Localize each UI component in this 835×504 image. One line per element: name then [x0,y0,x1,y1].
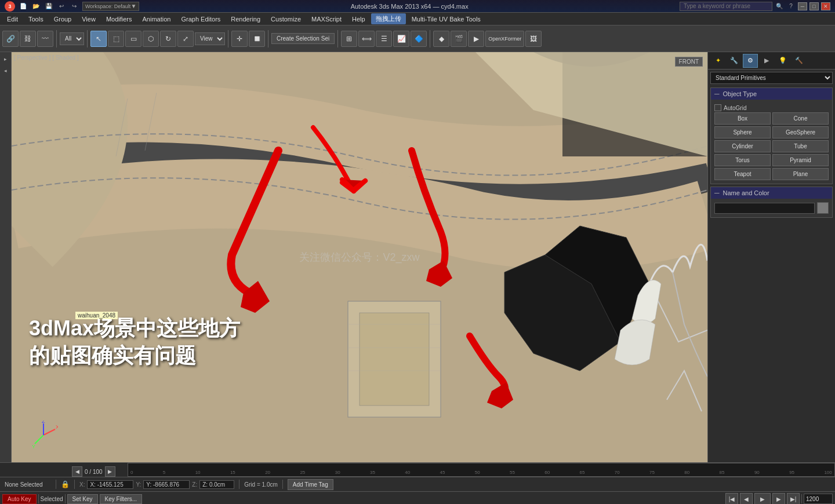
frame-number-input[interactable] [804,494,833,504]
watermark: 关注微信公众号：V2_zxw [299,250,419,264]
object-type-header[interactable]: ─ Object Type [711,88,832,100]
y-coord-field[interactable] [143,480,190,489]
redo-icon[interactable]: ↪ [70,2,79,11]
teapot-button[interactable]: Teapot [714,168,771,180]
setkey-button[interactable]: Set Key [67,494,98,504]
tube-button[interactable]: Tube [772,140,829,152]
schematic-btn[interactable]: 🔷 [411,31,427,47]
workspace-dropdown[interactable]: Workspace: Default ▼ [82,2,139,11]
titlebar-left: 3 📄 📂 💾 ↩ ↪ Workspace: Default ▼ [5,1,139,12]
go-start-btn[interactable]: |◀ [725,493,738,504]
menu-rendering[interactable]: Rendering [226,14,265,24]
save-icon[interactable]: 💾 [44,2,53,11]
app-logo: 3 [5,1,15,12]
material-editor-btn[interactable]: ◆ [433,31,449,47]
menu-help[interactable]: Help [347,14,370,24]
view-dropdown[interactable]: View [195,32,225,45]
close-button[interactable]: ✕ [821,2,830,10]
tab-hierarchy[interactable]: ⚙ [743,54,758,68]
menu-uvbake[interactable]: Multi-Tile UV Bake Tools [407,14,485,24]
left-nav-btn-1[interactable]: ▸ [1,54,10,64]
menu-view[interactable]: View [77,14,100,24]
rotate-select-btn[interactable]: ↻ [160,31,176,47]
name-color-header[interactable]: ─ Name and Color [711,187,832,199]
render-setup-btn[interactable]: 🎬 [451,31,467,47]
left-nav-btn-2[interactable]: ◂ [1,66,10,75]
help-icon[interactable]: ? [786,2,796,11]
add-time-tag-btn[interactable]: Add Time Tag [288,479,333,490]
filter-dropdown[interactable]: All [60,32,84,45]
create-selection-btn[interactable]: Create Selection Sei [271,33,335,44]
tab-utilities[interactable]: 🔨 [792,54,807,68]
geosphere-button[interactable]: GeoSphere [772,126,829,138]
next-frame-btn[interactable]: ▶ [772,493,785,504]
tab-create[interactable]: ✦ [710,54,725,68]
rect-select-btn[interactable]: ▭ [125,31,141,47]
right-panel: ✦ 🔧 ⚙ ▶ 💡 🔨 Standard Primitives ─ Object… [707,52,835,462]
timeline-prev-btn[interactable]: ◀ [72,466,82,477]
x-coord-field[interactable] [87,480,133,489]
z-coord-field[interactable] [199,480,234,489]
pyramid-button[interactable]: Pyramid [772,154,829,166]
play-btn[interactable]: ▶ [754,493,771,504]
menu-group[interactable]: Group [49,14,77,24]
autogrid-checkbox[interactable] [714,104,721,111]
color-swatch[interactable] [817,202,829,214]
select-btn[interactable]: ↖ [90,31,107,47]
menu-upload[interactable]: 拖拽上传 [371,13,406,24]
timeline-next-btn[interactable]: ▶ [105,466,115,477]
maximize-button[interactable]: □ [809,2,819,10]
sphere-button[interactable]: Sphere [714,126,771,138]
menu-animation[interactable]: Animation [138,14,176,24]
layer-btn[interactable]: ☰ [376,31,392,47]
curve-editor-btn[interactable]: 📈 [393,31,409,47]
new-icon[interactable]: 📄 [19,2,28,11]
select-link-btn[interactable]: 🔗 [2,31,19,47]
unlink-btn[interactable]: ⛓ [20,31,36,47]
keyfilters-button[interactable]: Key Filters... [100,494,143,504]
mirror-btn[interactable]: ⊞ [341,31,357,47]
menu-bar: Edit Tools Group View Modifiers Animatio… [0,13,835,25]
snaps-toggle-btn[interactable]: 🔲 [249,31,265,47]
autokey-button[interactable]: Auto Key [2,494,37,504]
move-btn[interactable]: ✛ [231,31,248,47]
menu-edit[interactable]: Edit [2,14,23,24]
animation-controls: Auto Key Selected Set Key Key Filters...… [0,491,835,504]
left-sidebar: ▸ ◂ [0,52,12,462]
box-button[interactable]: Box [714,112,771,125]
openxformer-btn[interactable]: OpenXFormer [485,31,524,47]
torus-button[interactable]: Torus [714,154,771,166]
minimize-button[interactable]: ─ [798,2,807,10]
search-icon[interactable]: 🔍 [775,2,784,11]
menu-customize[interactable]: Customize [266,14,306,24]
search-input[interactable] [680,2,772,11]
tab-display[interactable]: 💡 [775,54,790,68]
align-btn[interactable]: ⟺ [358,31,375,47]
viewport[interactable]: [ Perspective ] [ Shaded ] [12,52,707,462]
undo-icon[interactable]: ↩ [57,2,66,11]
lock-icon-section[interactable]: 🔒 [61,480,70,488]
timeline-bar[interactable]: 0 5 10 15 20 25 30 35 40 45 50 55 60 65 … [128,463,835,477]
menu-modifiers[interactable]: Modifiers [101,14,137,24]
go-end-btn[interactable]: ▶| [787,493,800,504]
menu-maxscript[interactable]: MAXScript [307,14,346,24]
menu-graph-editors[interactable]: Graph Editors [176,14,225,24]
render-btn[interactable]: ▶ [468,31,484,47]
tab-modify[interactable]: 🔧 [727,54,742,68]
object-name-input[interactable] [714,203,815,214]
fence-select-btn[interactable]: ⬡ [143,31,159,47]
menu-tools[interactable]: Tools [24,14,48,24]
right-panel-tabs: ✦ 🔧 ⚙ ▶ 💡 🔨 [708,52,835,70]
cone-button[interactable]: Cone [772,112,829,125]
right-panel-content: Standard Primitives ─ Object Type AutoGr… [708,70,835,462]
scale-select-btn[interactable]: ⤢ [177,31,194,47]
render-frame-btn[interactable]: 🖼 [525,31,542,47]
cylinder-button[interactable]: Cylinder [714,140,771,152]
tab-motion[interactable]: ▶ [759,54,774,68]
select-region-btn[interactable]: ⬚ [108,31,124,47]
plane-button[interactable]: Plane [772,168,829,180]
prev-frame-btn[interactable]: ◀ [740,493,753,504]
bind-space-warp-btn[interactable]: 〰 [37,31,53,47]
open-icon[interactable]: 📂 [31,2,41,11]
primitives-dropdown[interactable]: Standard Primitives [710,72,833,84]
